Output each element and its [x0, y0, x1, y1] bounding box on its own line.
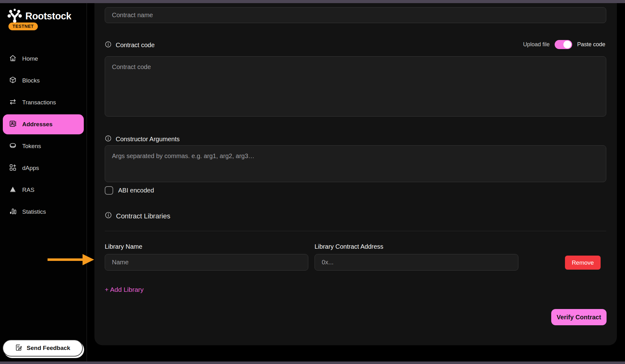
abi-encoded-label: ABI encoded — [118, 187, 154, 194]
sidebar-item-label: dApps — [22, 165, 39, 172]
coin-icon — [9, 142, 17, 151]
sidebar-item-label: Transactions — [22, 99, 56, 106]
info-icon — [105, 41, 112, 49]
sidebar-item-label: Blocks — [22, 77, 40, 84]
window-frame-bottom — [0, 362, 625, 364]
sidebar-item-label: Tokens — [22, 143, 41, 150]
triangle-icon — [9, 185, 17, 195]
sidebar-item-dapps[interactable]: dApps — [3, 158, 84, 178]
upload-file-label[interactable]: Upload file — [523, 41, 550, 48]
contract-name-input[interactable] — [105, 7, 606, 23]
contract-code-header: Contract code — [105, 41, 155, 49]
verify-contract-button[interactable]: Verify Contract — [551, 309, 607, 325]
section-divider — [105, 231, 606, 231]
sidebar-item-transactions[interactable]: Transactions — [3, 92, 84, 112]
code-input-mode-toggle-row: Upload file Paste code — [523, 40, 605, 49]
contract-libraries-header: Contract Libraries — [105, 212, 170, 221]
feedback-note-icon — [15, 344, 23, 353]
sidebar: Rootstock TESTNET Home Blocks — [0, 3, 87, 362]
home-icon — [9, 54, 17, 64]
library-contract-address-input[interactable] — [315, 254, 518, 271]
info-icon — [105, 212, 112, 221]
transfer-arrows-icon — [9, 98, 17, 107]
contract-code-label: Contract code — [116, 42, 155, 49]
bar-chart-icon — [9, 207, 17, 217]
contact-card-icon — [9, 120, 17, 129]
sidebar-nav: Home Blocks Transactions — [0, 49, 87, 224]
sidebar-item-ras[interactable]: RAS — [3, 180, 84, 200]
library-contract-address-label: Library Contract Address — [315, 243, 383, 250]
constructor-arguments-label: Constructor Arguments — [116, 136, 180, 143]
sidebar-item-tokens[interactable]: Tokens — [3, 136, 84, 156]
sidebar-item-statistics[interactable]: Statistics — [3, 202, 84, 222]
sidebar-item-label: RAS — [22, 187, 34, 193]
sidebar-item-blocks[interactable]: Blocks — [3, 71, 84, 91]
upload-paste-toggle[interactable] — [555, 40, 572, 49]
testnet-badge: TESTNET — [8, 22, 38, 30]
brand-logo[interactable]: Rootstock — [8, 8, 71, 24]
window-frame-top — [0, 0, 625, 3]
info-icon — [105, 135, 112, 143]
toggle-knob — [563, 41, 571, 48]
verify-contract-panel: Contract code Upload file Paste code Con… — [94, 3, 617, 345]
brand-name: Rootstock — [25, 11, 71, 22]
contract-code-textarea[interactable] — [105, 56, 606, 117]
sidebar-item-label: Addresses — [22, 121, 53, 128]
dapps-grid-icon — [9, 163, 17, 173]
sidebar-item-home[interactable]: Home — [3, 49, 84, 69]
constructor-arguments-textarea[interactable] — [105, 145, 606, 182]
library-name-input[interactable] — [105, 254, 308, 271]
paste-code-label[interactable]: Paste code — [577, 41, 605, 48]
rootstock-logo-icon — [8, 8, 22, 24]
library-name-label: Library Name — [105, 243, 142, 250]
constructor-arguments-header: Constructor Arguments — [105, 135, 180, 143]
send-feedback-button[interactable]: Send Feedback — [3, 340, 83, 357]
annotation-arrow-icon — [48, 253, 94, 267]
abi-encoded-row[interactable]: ABI encoded — [105, 186, 154, 195]
remove-library-button[interactable]: Remove — [565, 256, 601, 270]
cube-icon — [9, 76, 17, 86]
abi-encoded-checkbox[interactable] — [105, 186, 113, 195]
contract-libraries-label: Contract Libraries — [116, 212, 170, 220]
sidebar-item-label: Home — [22, 55, 38, 62]
sidebar-item-label: Statistics — [22, 208, 46, 215]
send-feedback-label: Send Feedback — [27, 345, 70, 352]
add-library-link[interactable]: + Add Library — [105, 286, 144, 293]
sidebar-item-addresses[interactable]: Addresses — [3, 114, 84, 134]
